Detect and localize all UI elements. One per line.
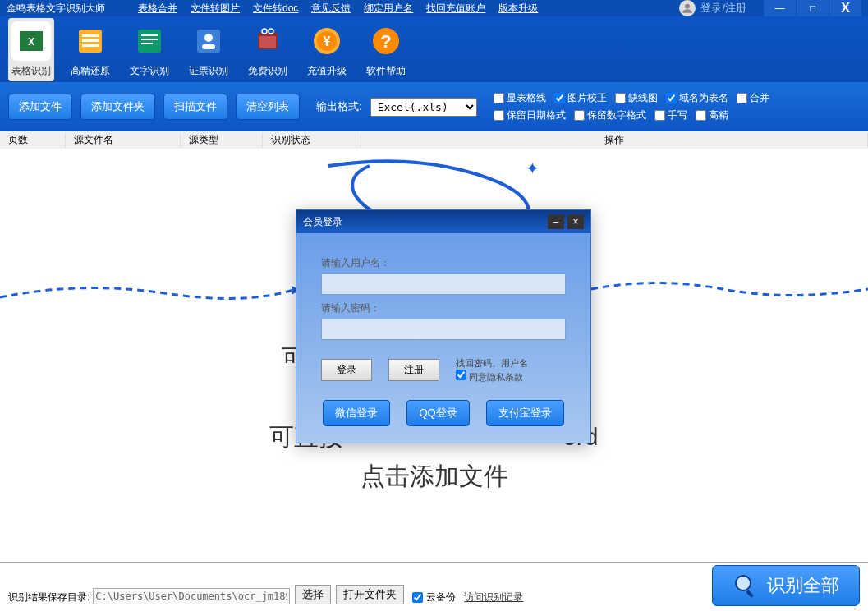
th-status: 识别状态: [263, 133, 361, 147]
clear-list-button[interactable]: 清空列表: [236, 94, 300, 120]
tool-recharge[interactable]: ¥ 充值升级: [304, 18, 350, 81]
th-op: 操作: [361, 133, 868, 147]
cloud-backup-checkbox[interactable]: 云备份: [412, 590, 456, 604]
wechat-login-button[interactable]: 微信登录: [323, 400, 390, 426]
dialog-minimize-button[interactable]: –: [548, 214, 564, 229]
tool-free-recognize[interactable]: 免费识别: [245, 18, 291, 81]
login-button[interactable]: 登录: [321, 359, 372, 381]
scan-file-button[interactable]: 扫描文件: [163, 94, 227, 120]
qq-login-button[interactable]: QQ登录: [406, 400, 469, 426]
tool-label: 软件帮助: [366, 64, 406, 78]
save-path-input[interactable]: [93, 588, 290, 604]
bottombar: 识别结果保存目录: 选择 打开文件夹 云备份 访问识别记录 识别全部: [0, 562, 868, 611]
password-input[interactable]: [321, 319, 566, 340]
tool-label: 表格识别: [11, 64, 51, 78]
cb-keep-number[interactable]: 保留数字格式: [574, 108, 646, 122]
cb-image-correct[interactable]: 图片校正: [554, 91, 607, 105]
svg-point-0: [685, 4, 690, 9]
username-label: 请输入用户名：: [321, 256, 566, 270]
svg-rect-6: [82, 44, 99, 47]
th-src: 源文件名: [66, 133, 181, 147]
svg-point-12: [204, 34, 213, 42]
svg-rect-8: [141, 34, 158, 36]
menu-link[interactable]: 表格合并: [138, 2, 177, 16]
visit-log-link[interactable]: 访问识别记录: [464, 590, 523, 604]
cb-merge[interactable]: 合并: [737, 91, 769, 105]
add-folder-button[interactable]: 添加文件夹: [80, 94, 155, 120]
tool-label: 高精还原: [71, 64, 110, 78]
th-type: 源类型: [181, 133, 263, 147]
svg-text:?: ?: [380, 31, 391, 52]
login-dialog: 会员登录 – × 请输入用户名： 请输入密码： 登录 注册 找回密码、用户名 同…: [296, 209, 591, 443]
cb-high-precision[interactable]: 高精: [696, 108, 728, 122]
register-button[interactable]: 注册: [388, 359, 439, 381]
svg-rect-10: [141, 43, 153, 44]
svg-text:✦: ✦: [526, 159, 540, 177]
maximize-button[interactable]: □: [796, 0, 829, 16]
menu-link[interactable]: 找回充值账户: [426, 2, 485, 16]
tool-high-precision[interactable]: 高精还原: [67, 18, 113, 81]
svg-text:X: X: [28, 36, 34, 48]
window-controls: — □ X: [763, 0, 861, 16]
close-button[interactable]: X: [829, 0, 861, 16]
cb-handwrite[interactable]: 手写: [654, 108, 687, 122]
username-input[interactable]: [321, 273, 566, 295]
login-register-link[interactable]: 登录/注册: [700, 1, 746, 16]
tool-label: 充值升级: [307, 64, 347, 78]
svg-rect-26: [746, 590, 754, 598]
dialog-body: 请输入用户名： 请输入密码： 登录 注册 找回密码、用户名 同意隐私条款 微信登…: [296, 233, 590, 443]
tool-label: 证票识别: [189, 64, 228, 78]
dialog-close-button[interactable]: ×: [567, 214, 584, 229]
tool-table-recognize[interactable]: X 表格识别: [8, 18, 54, 81]
menu-link[interactable]: 版本升级: [498, 2, 538, 16]
svg-rect-15: [259, 36, 276, 48]
toolbar: X 表格识别 高精还原 文字识别 证票识别 免费识别 ¥ 充值升级 ? 软件帮助: [0, 16, 868, 82]
choose-path-button[interactable]: 选择: [295, 585, 331, 604]
menu-link[interactable]: 文件转图片: [191, 2, 240, 16]
magnifier-icon: [733, 572, 759, 599]
app-title: 金鸣表格文字识别大师: [7, 2, 105, 16]
open-folder-button[interactable]: 打开文件夹: [336, 585, 404, 604]
cb-domain-name[interactable]: 域名为表名: [666, 91, 728, 105]
svg-rect-7: [138, 30, 161, 53]
output-format-select[interactable]: Excel(.xls): [370, 98, 477, 117]
forgot-link[interactable]: 找回密码、用户名: [456, 356, 528, 370]
dialog-titlebar[interactable]: 会员登录 – ×: [296, 210, 590, 233]
dialog-title-text: 会员登录: [303, 215, 342, 229]
menu-link[interactable]: 绑定用户名: [364, 2, 413, 16]
recognize-all-button[interactable]: 识别全部: [712, 565, 860, 606]
cb-missing-line[interactable]: 缺线图: [615, 91, 658, 105]
tool-ticket-recognize[interactable]: 证票识别: [186, 18, 232, 81]
svg-rect-4: [82, 34, 99, 37]
actionbar: 添加文件 添加文件夹 扫描文件 清空列表 输出格式: Excel(.xls) 显…: [0, 82, 868, 131]
password-label: 请输入密码：: [321, 301, 566, 315]
th-page: 页数: [0, 133, 66, 147]
menu-link[interactable]: 意见反馈: [311, 2, 351, 16]
options-checkboxes: 显表格线 图片校正 缺线图 域名为表名 合并 保留日期格式 保留数字格式 手写 …: [494, 91, 822, 122]
svg-text:¥: ¥: [324, 34, 331, 48]
table-header: 页数 源文件名 源类型 识别状态 操作: [0, 131, 868, 149]
svg-rect-5: [82, 39, 99, 42]
menu-link[interactable]: 文件转doc: [253, 2, 298, 16]
svg-rect-13: [202, 44, 215, 49]
avatar-icon[interactable]: [679, 0, 696, 16]
tool-text-recognize[interactable]: 文字识别: [126, 18, 172, 81]
save-path-label: 识别结果保存目录:: [8, 590, 90, 604]
tool-help[interactable]: ? 软件帮助: [363, 18, 409, 81]
tool-label: 免费识别: [248, 64, 287, 78]
cb-show-grid[interactable]: 显表格线: [494, 91, 546, 105]
tool-label: 文字识别: [130, 64, 169, 78]
minimize-button[interactable]: —: [763, 0, 796, 16]
cb-keep-date[interactable]: 保留日期格式: [494, 108, 566, 122]
menubar: 金鸣表格文字识别大师 表格合并 文件转图片 文件转doc 意见反馈 绑定用户名 …: [0, 0, 868, 16]
output-format-label: 输出格式:: [316, 99, 362, 114]
svg-rect-9: [141, 39, 158, 40]
agree-checkbox[interactable]: 同意隐私条款: [456, 372, 523, 382]
alipay-login-button[interactable]: 支付宝登录: [486, 400, 564, 426]
add-file-button[interactable]: 添加文件: [8, 94, 72, 120]
svg-point-25: [736, 576, 751, 590]
